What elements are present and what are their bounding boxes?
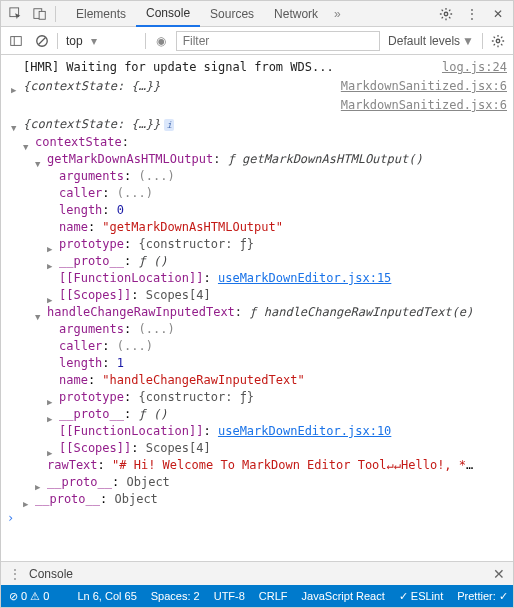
status-eol[interactable]: CRLF	[259, 590, 288, 602]
property-value: "handleChangeRawInputedText"	[102, 373, 304, 387]
log-levels-selector[interactable]: Default levels▼	[384, 34, 478, 48]
status-prettier[interactable]: Prettier: ✓	[457, 590, 508, 603]
tab-elements[interactable]: Elements	[66, 2, 136, 26]
live-expression-icon[interactable]: ◉	[150, 30, 172, 52]
property-value: "getMarkDownAsHTMLOutput"	[102, 220, 283, 234]
context-caret-icon[interactable]: ▾	[91, 34, 97, 48]
property-name[interactable]: contextState	[35, 135, 122, 149]
property-name[interactable]: __proto__	[35, 492, 100, 506]
property-value: Scopes[4]	[146, 441, 211, 455]
property-name[interactable]: handleChangeRawInputedText	[47, 305, 235, 319]
status-eslint[interactable]: ✓ ESLint	[399, 590, 443, 603]
log-message: [HMR] Waiting for update signal from WDS…	[23, 59, 434, 76]
property-name: rawText	[47, 458, 98, 472]
property-name: length	[59, 356, 102, 370]
collapse-icon[interactable]: ▼	[11, 120, 21, 137]
property-name: arguments	[59, 322, 124, 336]
device-toggle-icon[interactable]	[29, 3, 51, 25]
expand-icon[interactable]: ▶	[47, 258, 57, 275]
property-value[interactable]: (...)	[138, 169, 174, 183]
function-preview: ƒ getMarkDownAsHTMLOutput()	[228, 152, 423, 166]
console-settings-icon[interactable]	[487, 30, 509, 52]
status-cursor[interactable]: Ln 6, Col 65	[77, 590, 136, 602]
property-name[interactable]: __proto__	[59, 407, 124, 421]
settings-icon[interactable]	[435, 3, 457, 25]
expand-icon[interactable]: ▶	[47, 411, 57, 428]
svg-point-8	[496, 39, 500, 43]
status-language[interactable]: JavaScript React	[302, 590, 385, 602]
console-subbar: top ▾ ◉ Default levels▼	[1, 27, 513, 55]
status-errors[interactable]: ⊘ 0 ⚠ 0	[9, 590, 49, 603]
divider	[145, 33, 146, 49]
location-link[interactable]: useMarkDownEditor.jsx:15	[218, 271, 391, 285]
more-tabs-icon[interactable]: »	[328, 3, 347, 25]
property-value[interactable]: (...)	[138, 322, 174, 336]
log-row: ▶ {contextState: {…}} MarkdownSanitized.…	[1, 77, 513, 96]
svg-rect-2	[39, 11, 45, 19]
divider	[55, 6, 56, 22]
function-preview: ƒ handleChangeRawInputedText(e)	[249, 305, 473, 319]
collapse-icon[interactable]: ▼	[35, 156, 45, 173]
property-value: 1	[117, 356, 124, 370]
context-selector[interactable]: top	[62, 34, 87, 48]
source-link[interactable]: log.js:24	[434, 59, 507, 76]
property-value: {constructor: ƒ}	[138, 237, 254, 251]
object-preview[interactable]: {contextState: {…}}	[23, 78, 333, 95]
status-spaces[interactable]: Spaces: 2	[151, 590, 200, 602]
property-name[interactable]: [[Scopes]]	[59, 441, 131, 455]
drawer-menu-icon[interactable]: ⋮	[9, 567, 21, 581]
property-name: caller	[59, 186, 102, 200]
property-value: ƒ ()	[138, 254, 167, 268]
expand-icon[interactable]: ▶	[23, 496, 33, 513]
panel-tabs: Elements Console Sources Network »	[66, 1, 433, 27]
svg-rect-4	[11, 36, 22, 45]
property-name[interactable]: getMarkDownAsHTMLOutput	[47, 152, 213, 166]
console-output: [HMR] Waiting for update signal from WDS…	[1, 55, 513, 561]
svg-line-7	[39, 37, 46, 44]
location-link[interactable]: useMarkDownEditor.jsx:10	[218, 424, 391, 438]
filter-input[interactable]	[176, 31, 380, 51]
property-name[interactable]: prototype	[59, 390, 124, 404]
clear-console-icon[interactable]	[31, 30, 53, 52]
expand-icon[interactable]: ▶	[47, 241, 57, 258]
property-value[interactable]: (...)	[117, 186, 153, 200]
expand-icon[interactable]: ▶	[47, 394, 57, 411]
property-value: Object	[114, 492, 157, 506]
tab-network[interactable]: Network	[264, 2, 328, 26]
property-name[interactable]: [[Scopes]]	[59, 288, 131, 302]
property-value: 0	[117, 203, 124, 217]
collapse-icon[interactable]: ▼	[35, 309, 45, 326]
divider	[482, 33, 483, 49]
devtools-toolbar: Elements Console Sources Network » ⋮ ✕	[1, 1, 513, 27]
editor-statusbar: ⊘ 0 ⚠ 0 Ln 6, Col 65 Spaces: 2 UTF-8 CRL…	[1, 585, 513, 607]
status-encoding[interactable]: UTF-8	[214, 590, 245, 602]
info-badge-icon[interactable]: i	[164, 119, 174, 131]
property-name[interactable]: prototype	[59, 237, 124, 251]
property-name: caller	[59, 339, 102, 353]
drawer-close-icon[interactable]: ✕	[493, 566, 505, 582]
tab-sources[interactable]: Sources	[200, 2, 264, 26]
svg-point-3	[444, 12, 448, 16]
drawer-title[interactable]: Console	[29, 567, 485, 581]
property-value[interactable]: (...)	[117, 339, 153, 353]
property-name: name	[59, 373, 88, 387]
property-name: length	[59, 203, 102, 217]
close-devtools-icon[interactable]: ✕	[487, 3, 509, 25]
property-name[interactable]: __proto__	[47, 475, 112, 489]
object-tree: ▼contextState: ▼getMarkDownAsHTMLOutput:…	[1, 134, 513, 508]
menu-icon[interactable]: ⋮	[461, 3, 483, 25]
property-value: {constructor: ƒ}	[138, 390, 254, 404]
property-name[interactable]: __proto__	[59, 254, 124, 268]
tab-console[interactable]: Console	[136, 1, 200, 27]
source-link[interactable]: MarkdownSanitized.jsx:6	[333, 97, 507, 114]
log-row: [HMR] Waiting for update signal from WDS…	[1, 58, 513, 77]
drawer-bar: ⋮ Console ✕	[1, 561, 513, 585]
inspect-icon[interactable]	[5, 3, 27, 25]
collapse-icon[interactable]: ▼	[23, 139, 33, 156]
sidebar-toggle-icon[interactable]	[5, 30, 27, 52]
source-link[interactable]: MarkdownSanitized.jsx:6	[333, 78, 507, 95]
console-prompt[interactable]: ›	[1, 508, 513, 529]
object-preview[interactable]: {contextState: {…}}i	[23, 116, 507, 133]
property-value: Object	[126, 475, 169, 489]
property-value: Scopes[4]	[146, 288, 211, 302]
